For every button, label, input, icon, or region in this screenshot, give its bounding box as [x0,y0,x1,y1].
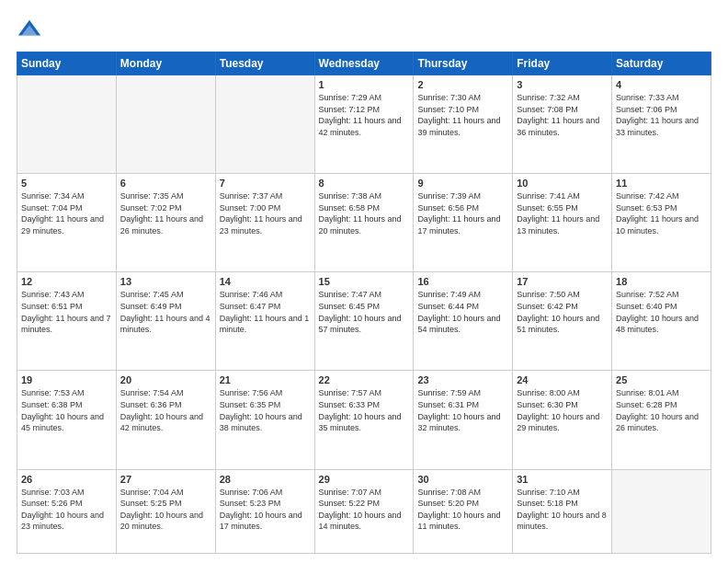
day-number: 28 [220,474,311,485]
day-number: 20 [120,374,211,385]
day-info: Sunrise: 7:35 AMSunset: 7:02 PMDaylight:… [120,190,211,236]
calendar-cell: 10Sunrise: 7:41 AMSunset: 6:55 PMDayligh… [513,174,612,272]
day-info: Sunrise: 7:08 AMSunset: 5:20 PMDaylight:… [417,487,508,533]
calendar-cell: 12Sunrise: 7:43 AMSunset: 6:51 PMDayligh… [17,272,117,371]
day-number: 4 [616,79,707,90]
calendar-cell: 5Sunrise: 7:34 AMSunset: 7:04 PMDaylight… [17,174,117,272]
day-info: Sunrise: 8:01 AMSunset: 6:28 PMDaylight:… [616,387,707,433]
day-info: Sunrise: 7:53 AMSunset: 6:38 PMDaylight:… [21,387,112,433]
day-number: 19 [21,374,112,385]
calendar-cell: 20Sunrise: 7:54 AMSunset: 6:36 PMDayligh… [116,371,215,469]
day-number: 26 [21,474,112,485]
day-number: 9 [417,178,508,189]
calendar-week-2: 12Sunrise: 7:43 AMSunset: 6:51 PMDayligh… [17,272,711,371]
day-number: 29 [319,474,410,485]
calendar-cell: 4Sunrise: 7:33 AMSunset: 7:06 PMDaylight… [612,75,711,174]
calendar-cell: 15Sunrise: 7:47 AMSunset: 6:45 PMDayligh… [314,272,414,371]
day-number: 3 [517,79,608,90]
calendar-cell: 26Sunrise: 7:03 AMSunset: 5:26 PMDayligh… [17,469,117,553]
day-info: Sunrise: 7:03 AMSunset: 5:26 PMDaylight:… [21,487,112,533]
day-number: 22 [319,374,410,385]
calendar-week-4: 26Sunrise: 7:03 AMSunset: 5:26 PMDayligh… [17,469,711,553]
day-number: 2 [417,79,508,90]
day-info: Sunrise: 7:04 AMSunset: 5:25 PMDaylight:… [120,487,211,533]
day-info: Sunrise: 7:52 AMSunset: 6:40 PMDaylight:… [616,289,707,335]
calendar-cell: 18Sunrise: 7:52 AMSunset: 6:40 PMDayligh… [612,272,711,371]
calendar-cell: 30Sunrise: 7:08 AMSunset: 5:20 PMDayligh… [414,469,513,553]
day-info: Sunrise: 7:41 AMSunset: 6:55 PMDaylight:… [517,190,608,236]
col-header-tuesday: Tuesday [215,52,314,75]
day-number: 6 [120,178,211,189]
day-info: Sunrise: 7:56 AMSunset: 6:35 PMDaylight:… [220,387,311,433]
day-info: Sunrise: 7:37 AMSunset: 7:00 PMDaylight:… [220,190,311,236]
calendar-cell: 14Sunrise: 7:46 AMSunset: 6:47 PMDayligh… [215,272,314,371]
col-header-thursday: Thursday [414,52,513,75]
day-info: Sunrise: 7:57 AMSunset: 6:33 PMDaylight:… [319,387,410,433]
calendar-week-0: 1Sunrise: 7:29 AMSunset: 7:12 PMDaylight… [17,75,711,174]
day-info: Sunrise: 7:33 AMSunset: 7:06 PMDaylight:… [616,92,707,138]
calendar-cell [116,75,215,174]
calendar-cell: 6Sunrise: 7:35 AMSunset: 7:02 PMDaylight… [116,174,215,272]
day-info: Sunrise: 7:54 AMSunset: 6:36 PMDaylight:… [120,387,211,433]
day-number: 15 [319,276,410,287]
calendar-cell: 9Sunrise: 7:39 AMSunset: 6:56 PMDaylight… [414,174,513,272]
day-number: 21 [220,374,311,385]
calendar-cell: 28Sunrise: 7:06 AMSunset: 5:23 PMDayligh… [215,469,314,553]
day-number: 17 [517,276,608,287]
day-info: Sunrise: 7:47 AMSunset: 6:45 PMDaylight:… [319,289,410,335]
calendar-cell: 23Sunrise: 7:59 AMSunset: 6:31 PMDayligh… [414,371,513,469]
day-info: Sunrise: 7:42 AMSunset: 6:53 PMDaylight:… [616,190,707,236]
day-info: Sunrise: 7:07 AMSunset: 5:22 PMDaylight:… [319,487,410,533]
day-number: 16 [417,276,508,287]
day-number: 5 [21,178,112,189]
col-header-saturday: Saturday [612,52,711,75]
calendar-cell: 17Sunrise: 7:50 AMSunset: 6:42 PMDayligh… [513,272,612,371]
calendar-cell: 27Sunrise: 7:04 AMSunset: 5:25 PMDayligh… [116,469,215,553]
day-number: 10 [517,178,608,189]
calendar-table: SundayMondayTuesdayWednesdayThursdayFrid… [17,52,711,554]
day-number: 25 [616,374,707,385]
calendar-cell: 13Sunrise: 7:45 AMSunset: 6:49 PMDayligh… [116,272,215,371]
day-info: Sunrise: 7:34 AMSunset: 7:04 PMDaylight:… [21,190,112,236]
col-header-friday: Friday [513,52,612,75]
day-info: Sunrise: 7:49 AMSunset: 6:44 PMDaylight:… [417,289,508,335]
day-info: Sunrise: 7:06 AMSunset: 5:23 PMDaylight:… [220,487,311,533]
day-number: 8 [319,178,410,189]
calendar-cell: 1Sunrise: 7:29 AMSunset: 7:12 PMDaylight… [314,75,414,174]
day-number: 1 [319,79,410,90]
day-number: 18 [616,276,707,287]
page: SundayMondayTuesdayWednesdayThursdayFrid… [0,0,728,563]
day-number: 24 [517,374,608,385]
day-number: 13 [120,276,211,287]
day-info: Sunrise: 7:46 AMSunset: 6:47 PMDaylight:… [220,289,311,335]
day-number: 27 [120,474,211,485]
calendar-cell: 3Sunrise: 7:32 AMSunset: 7:08 PMDaylight… [513,75,612,174]
day-number: 12 [21,276,112,287]
calendar-week-3: 19Sunrise: 7:53 AMSunset: 6:38 PMDayligh… [17,371,711,469]
calendar-week-1: 5Sunrise: 7:34 AMSunset: 7:04 PMDaylight… [17,174,711,272]
day-number: 23 [417,374,508,385]
calendar-cell [612,469,711,553]
day-info: Sunrise: 7:38 AMSunset: 6:58 PMDaylight:… [319,190,410,236]
calendar-cell: 8Sunrise: 7:38 AMSunset: 6:58 PMDaylight… [314,174,414,272]
calendar-cell: 2Sunrise: 7:30 AMSunset: 7:10 PMDaylight… [414,75,513,174]
day-number: 30 [417,474,508,485]
calendar-cell [215,75,314,174]
day-info: Sunrise: 7:32 AMSunset: 7:08 PMDaylight:… [517,92,608,138]
header [17,17,711,42]
logo-icon [17,17,42,42]
calendar-cell: 24Sunrise: 8:00 AMSunset: 6:30 PMDayligh… [513,371,612,469]
col-header-sunday: Sunday [17,52,117,75]
calendar-cell: 19Sunrise: 7:53 AMSunset: 6:38 PMDayligh… [17,371,117,469]
day-number: 14 [220,276,311,287]
day-info: Sunrise: 7:30 AMSunset: 7:10 PMDaylight:… [417,92,508,138]
day-number: 31 [517,474,608,485]
calendar-cell: 31Sunrise: 7:10 AMSunset: 5:18 PMDayligh… [513,469,612,553]
day-number: 11 [616,178,707,189]
day-info: Sunrise: 7:10 AMSunset: 5:18 PMDaylight:… [517,487,608,533]
day-info: Sunrise: 7:50 AMSunset: 6:42 PMDaylight:… [517,289,608,335]
calendar-cell: 29Sunrise: 7:07 AMSunset: 5:22 PMDayligh… [314,469,414,553]
col-header-monday: Monday [116,52,215,75]
calendar-cell: 25Sunrise: 8:01 AMSunset: 6:28 PMDayligh… [612,371,711,469]
calendar-header-row: SundayMondayTuesdayWednesdayThursdayFrid… [17,52,711,75]
